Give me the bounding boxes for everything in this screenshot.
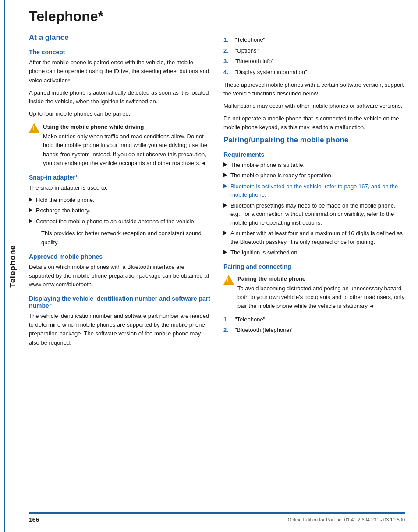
bullet-icon [223, 184, 227, 188]
list-item: 2. "Bluetooth (telephone)" [223, 326, 405, 335]
bullet-icon [29, 197, 32, 202]
subsection-pairing-connecting: Pairing and connecting Pairing the mobil… [223, 263, 405, 335]
bullet-text: The mobile phone is ready for operation. [230, 171, 405, 180]
subsection-requirements: Requirements The mobile phone is suitabl… [223, 151, 405, 257]
concept-para-3: Up to four mobile phones can be paired. [29, 109, 210, 118]
list-item: 3. "Bluetooth info" [223, 57, 405, 66]
heading-requirements: Requirements [223, 151, 405, 158]
main-content: Telephone* At a glance The concept After… [20, 0, 418, 532]
step-num: 1. [223, 35, 231, 44]
subsection-vin: Displaying the vehicle identification nu… [29, 295, 210, 347]
concept-para-2: A paired mobile phone is automatically d… [29, 88, 210, 106]
step-text: "Options" [235, 46, 259, 55]
bullet-text: Recharge the battery. [36, 206, 210, 215]
list-item: 1. "Telephone" [223, 315, 405, 324]
list-item: 2. "Options" [223, 46, 405, 55]
heading-snapin: Snap-in adapter* [29, 174, 210, 181]
approved-text: Details on which mobile phones with a Bl… [29, 263, 210, 289]
list-item: 4. "Display system information" [223, 68, 405, 77]
bullet-text: The mobile phone is suitable. [230, 161, 405, 169]
snapin-intro: The snap-in adapter is used to: [29, 183, 210, 192]
heading-pairing: Pairing/unpairing the mobile phone [223, 135, 405, 145]
warning-driving: Using the mobile phone while driving Mak… [29, 123, 210, 168]
bullet-text: A number with at least four and a maximu… [230, 229, 405, 246]
right-column: 1. "Telephone" 2. "Options" 3. "Bluetoot… [223, 33, 405, 504]
vin-text4: Do not operate a mobile phone that is co… [223, 114, 405, 132]
warning-pairing-text: Pairing the mobile phone To avoid becomi… [237, 275, 405, 311]
bullet-text-link: Bluetooth is activated on the vehicle, r… [230, 182, 405, 199]
bullet-text: The ignition is switched on. [230, 248, 405, 257]
page-title: Telephone* [29, 9, 405, 24]
list-item: Connect the mobile phone to an outside a… [29, 217, 210, 226]
sidebar: Telephone [4, 0, 20, 532]
bullet-icon [223, 250, 227, 254]
step-num: 2. [223, 326, 231, 335]
step-num: 3. [223, 57, 231, 66]
list-item: Bluetooth presettings may need to be mad… [223, 201, 405, 227]
concept-para-1: After the mobile phone is paired once wi… [29, 58, 210, 85]
warning-pairing-icon [223, 275, 234, 285]
subsection-approved: Approved mobile phones Details on which … [29, 253, 210, 289]
subsection-snapin: Snap-in adapter* The snap-in adapter is … [29, 174, 210, 247]
warning-pairing: Pairing the mobile phone To avoid becomi… [223, 275, 405, 311]
bullet-icon [29, 208, 32, 212]
bullet-icon [223, 162, 227, 167]
heading-vin: Displaying the vehicle identification nu… [29, 295, 210, 309]
step-num: 1. [223, 315, 231, 324]
warning-icon [29, 123, 39, 134]
step-text: "Telephone" [235, 315, 265, 324]
list-item: 1. "Telephone" [223, 35, 405, 44]
step-num: 2. [223, 46, 231, 55]
vin-text2: These approved mobile phones with a cert… [223, 81, 405, 98]
warning-driving-text: Using the mobile phone while driving Mak… [43, 123, 210, 168]
list-item: The ignition is switched on. [223, 248, 405, 257]
warning-pairing-bold: Pairing the mobile phone [237, 275, 405, 283]
footer: 166 Online Edition for Part no. 01 41 2 … [29, 512, 405, 523]
bullet-text: Connect the mobile phone to an outside a… [36, 217, 210, 226]
subsection-concept: The concept After the mobile phone is pa… [29, 49, 210, 168]
bullet-icon [223, 203, 227, 208]
triangle-warning-icon-2 [223, 275, 234, 285]
warning-pairing-body: To avoid becoming distracted and posing … [237, 285, 404, 309]
list-item: A number with at least four and a maximu… [223, 229, 405, 246]
vin-text1: The vehicle identification number and so… [29, 312, 210, 347]
vin-text3: Malfunctions may occur with other mobile… [223, 102, 405, 110]
warning-driving-bold: Using the mobile phone while driving [43, 123, 210, 131]
bullet-icon [29, 219, 32, 223]
bullet-text: Hold the mobile phone. [36, 196, 210, 204]
section-at-a-glance: At a glance The concept After the mobile… [29, 33, 210, 347]
heading-at-a-glance: At a glance [29, 33, 210, 42]
step-num: 4. [223, 68, 231, 77]
bullet-text: Bluetooth presettings may need to be mad… [230, 201, 405, 227]
triangle-warning-icon [29, 123, 39, 133]
list-item: Hold the mobile phone. [29, 196, 210, 204]
list-item: Recharge the battery. [29, 206, 210, 215]
warning-driving-body: Make entries only when traffic and road … [43, 133, 207, 166]
step-text: "Telephone" [235, 35, 265, 44]
footer-edition-text: Online Edition for Part no. 01 41 2 604 … [288, 517, 405, 522]
list-item: The mobile phone is suitable. [223, 161, 405, 169]
step-text: "Bluetooth (telephone)" [235, 326, 294, 335]
pairing-steps-list: 1. "Telephone" 2. "Bluetooth (telephone)… [223, 315, 405, 335]
step-text: "Display system information" [235, 68, 307, 77]
list-item: The mobile phone is ready for operation. [223, 171, 405, 180]
bullet-icon [223, 173, 227, 177]
footer-page-number: 166 [29, 516, 39, 523]
snapin-sub-note: This provides for better network recepti… [41, 229, 210, 247]
step-text: "Bluetooth info" [235, 57, 274, 66]
list-item: Bluetooth is activated on the vehicle, r… [223, 182, 405, 199]
sidebar-label: Telephone [8, 245, 18, 288]
section-pairing: Pairing/unpairing the mobile phone Requi… [223, 135, 405, 335]
vin-steps-list: 1. "Telephone" 2. "Options" 3. "Bluetoot… [223, 35, 405, 76]
requirements-list: The mobile phone is suitable. The mobile… [223, 161, 405, 257]
heading-concept: The concept [29, 49, 210, 56]
left-column: At a glance The concept After the mobile… [29, 33, 210, 504]
bullet-icon [223, 231, 227, 235]
heading-pairing-connecting: Pairing and connecting [223, 263, 405, 270]
snapin-bullet-list: Hold the mobile phone. Recharge the batt… [29, 196, 210, 226]
heading-approved: Approved mobile phones [29, 253, 210, 260]
